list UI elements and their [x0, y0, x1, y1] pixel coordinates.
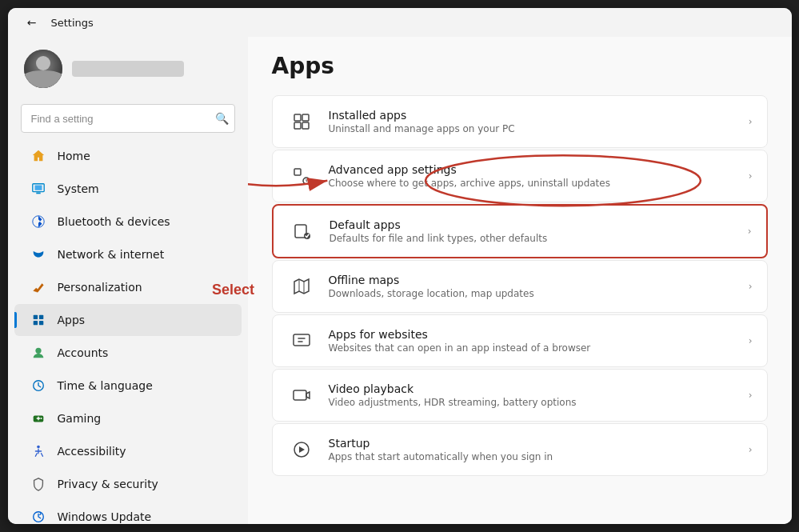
offline-maps-text: Offline mapsDownloads, storage location,…: [329, 274, 736, 299]
svg-rect-18: [294, 169, 301, 175]
installed-apps-icon: [287, 107, 316, 136]
svg-rect-5: [38, 315, 42, 319]
sidebar-item-gaming[interactable]: Gaming: [14, 402, 242, 434]
search-input[interactable]: [21, 104, 235, 133]
sidebar-label-system: System: [58, 182, 99, 195]
sidebar-item-home[interactable]: Home: [14, 140, 242, 172]
settings-item-video-playback[interactable]: Video playbackVideo adjustments, HDR str…: [272, 369, 768, 422]
sidebar-label-apps: Apps: [58, 314, 86, 326]
sidebar-item-system[interactable]: System: [14, 173, 242, 205]
installed-apps-text: Installed appsUninstall and manage apps …: [329, 109, 736, 134]
sidebar-label-accounts: Accounts: [58, 346, 109, 359]
sidebar-item-privacy[interactable]: Privacy & security: [14, 468, 242, 500]
titlebar-title: Settings: [51, 17, 94, 29]
sidebar-label-privacy: Privacy & security: [58, 478, 158, 490]
default-apps-desc: Defaults for file and link types, other …: [330, 233, 735, 244]
accounts-icon: [30, 345, 46, 361]
search-box: 🔍: [21, 104, 235, 133]
sidebar-item-accounts[interactable]: Accounts: [14, 337, 242, 369]
installed-apps-title: Installed apps: [329, 109, 736, 122]
time-icon: [30, 378, 46, 394]
titlebar: ← Settings: [8, 8, 792, 37]
svg-rect-14: [294, 114, 301, 121]
personalization-icon: [30, 279, 46, 295]
avatar: [24, 50, 62, 88]
sidebar-label-personalization: Personalization: [58, 281, 142, 294]
svg-rect-23: [294, 390, 306, 400]
nav-list: HomeSystemBluetooth & devicesNetwork & i…: [8, 139, 248, 524]
svg-rect-17: [302, 122, 309, 129]
settings-item-apps-for-websites[interactable]: Apps for websitesWebsites that can open …: [272, 314, 768, 367]
svg-rect-7: [38, 321, 42, 325]
chevron-right-icon: ›: [749, 281, 753, 292]
profile-section[interactable]: [8, 37, 248, 101]
default-apps-text: Default appsDefaults for file and link t…: [330, 218, 735, 244]
privacy-icon: [30, 476, 46, 492]
video-playback-title: Video playback: [329, 382, 736, 395]
sidebar-item-apps[interactable]: Apps: [14, 304, 242, 336]
apps-for-websites-text: Apps for websitesWebsites that can open …: [329, 328, 736, 354]
sidebar-item-update[interactable]: Windows Update: [14, 501, 242, 524]
apps-for-websites-icon: [287, 326, 316, 355]
sidebar-label-gaming: Gaming: [58, 412, 102, 425]
sidebar: 🔍 HomeSystemBluetooth & devicesNetwork &…: [8, 37, 248, 524]
svg-rect-2: [36, 193, 40, 194]
chevron-right-icon: ›: [749, 116, 753, 127]
offline-maps-desc: Downloads, storage location, map updates: [329, 288, 736, 299]
chevron-right-icon: ›: [749, 444, 753, 455]
startup-title: Startup: [329, 437, 736, 450]
settings-window: ← Settings 🔍 HomeSystemBluetooth & devic…: [8, 8, 792, 524]
offline-maps-icon: [287, 272, 316, 301]
avatar-image: [24, 50, 62, 88]
default-apps-icon: [288, 217, 317, 246]
home-icon: [30, 148, 46, 164]
settings-item-advanced-app-settings[interactable]: Advanced app settingsChoose where to get…: [272, 150, 768, 202]
svg-rect-4: [33, 315, 37, 319]
installed-apps-desc: Uninstall and manage apps on your PC: [329, 123, 736, 134]
sidebar-label-accessibility: Accessibility: [58, 445, 126, 458]
update-icon: [30, 509, 46, 524]
advanced-app-settings-text: Advanced app settingsChoose where to get…: [329, 163, 736, 189]
startup-icon: [287, 435, 316, 464]
system-icon: [30, 181, 46, 197]
main-content: 🔍 HomeSystemBluetooth & devicesNetwork &…: [8, 37, 792, 524]
apps-icon: [30, 312, 46, 328]
svg-point-11: [40, 418, 42, 419]
sidebar-item-network[interactable]: Network & internet: [14, 238, 242, 270]
svg-rect-6: [33, 321, 37, 325]
default-apps-title: Default apps: [330, 218, 735, 231]
accessibility-icon: [30, 443, 46, 459]
svg-rect-15: [302, 114, 309, 121]
network-icon: [30, 246, 46, 262]
svg-rect-1: [34, 186, 42, 190]
settings-item-startup[interactable]: StartupApps that start automatically whe…: [272, 423, 768, 476]
back-button[interactable]: ←: [21, 11, 43, 34]
video-playback-text: Video playbackVideo adjustments, HDR str…: [329, 382, 736, 408]
page-title: Apps: [272, 53, 768, 79]
settings-item-offline-maps[interactable]: Offline mapsDownloads, storage location,…: [272, 260, 768, 313]
apps-for-websites-desc: Websites that can open in an app instead…: [329, 342, 736, 354]
sidebar-label-bluetooth: Bluetooth & devices: [58, 215, 170, 228]
sidebar-item-time[interactable]: Time & language: [14, 370, 242, 402]
settings-item-installed-apps[interactable]: Installed appsUninstall and manage apps …: [272, 95, 768, 148]
startup-text: StartupApps that start automatically whe…: [329, 437, 736, 462]
sidebar-label-time: Time & language: [58, 379, 153, 392]
sidebar-item-bluetooth[interactable]: Bluetooth & devices: [14, 206, 242, 238]
gaming-icon: [30, 410, 46, 426]
svg-point-12: [37, 446, 40, 449]
video-playback-desc: Video adjustments, HDR streaming, batter…: [329, 397, 736, 408]
sidebar-item-accessibility[interactable]: Accessibility: [14, 435, 242, 467]
advanced-app-settings-title: Advanced app settings: [329, 163, 736, 176]
settings-list: Installed appsUninstall and manage apps …: [272, 95, 768, 476]
advanced-app-settings-icon: [287, 162, 316, 190]
sidebar-label-update: Windows Update: [58, 510, 152, 523]
settings-item-default-apps[interactable]: Default appsDefaults for file and link t…: [272, 204, 768, 258]
right-panel: Apps Installed appsUninstall and manage …: [248, 37, 792, 524]
sidebar-label-network: Network & internet: [58, 248, 165, 261]
bluetooth-icon: [30, 214, 46, 230]
profile-name: [72, 61, 184, 77]
chevron-right-icon: ›: [749, 335, 753, 346]
sidebar-item-personalization[interactable]: Personalization: [14, 271, 242, 303]
svg-rect-16: [294, 122, 301, 129]
startup-desc: Apps that start automatically when you s…: [329, 451, 736, 462]
